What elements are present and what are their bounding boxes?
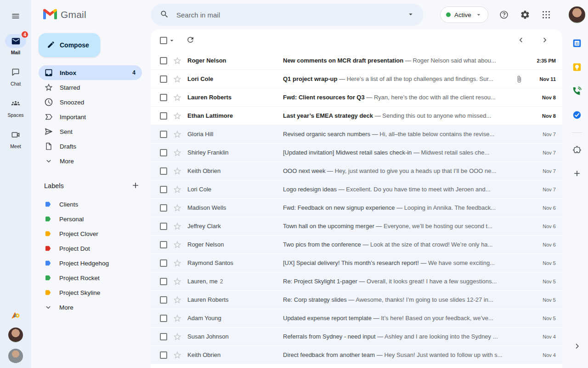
email-row[interactable]: Jeffrey ClarkTown hall on the upcoming m… [151,217,562,236]
email-row[interactable]: Ethan LattimoreLast year’s EMEA strategy… [151,107,562,125]
star-icon[interactable] [173,185,182,194]
contact-avatar-1[interactable] [8,328,23,342]
select-all-checkbox[interactable] [160,37,167,44]
rail-item-meet[interactable]: Meet [5,128,26,149]
email-sender: Keith Obrien [187,351,283,358]
row-checkbox[interactable] [160,186,167,193]
star-icon[interactable] [173,277,182,286]
star-icon[interactable] [173,130,182,139]
row-checkbox[interactable] [160,75,167,83]
star-icon[interactable] [173,351,182,360]
star-icon[interactable] [173,222,182,231]
email-row[interactable]: Raymond Santos[UX] Special delivery! Thi… [151,254,562,272]
tasks-button[interactable] [569,107,585,123]
star-icon[interactable] [173,240,182,249]
sidebar-item-more[interactable]: More [39,154,142,168]
label-item-project-dot[interactable]: Project Dot [39,241,142,256]
email-row[interactable]: Lori ColeQ1 project wrap-up — Here’s a l… [151,70,562,88]
refresh-button[interactable] [182,32,198,49]
sidebar-item-drafts[interactable]: Drafts [39,139,142,154]
row-checkbox[interactable] [160,223,167,230]
row-checkbox[interactable] [160,131,167,138]
compose-button[interactable]: Compose [39,33,100,57]
label-item-project-hedgehog[interactable]: Project Hedgehog [39,256,142,270]
sidebar-item-starred[interactable]: Starred [39,80,142,95]
row-checkbox[interactable] [160,167,167,175]
email-subject: Referrals from Sydney - need input [283,333,376,340]
row-checkbox[interactable] [160,241,167,248]
email-row[interactable]: Lauren RobertsFwd: Client resources for … [151,88,562,107]
caret-down-icon [407,10,415,20]
row-checkbox[interactable] [160,57,167,64]
keep-button[interactable] [569,59,585,75]
email-row[interactable]: Keith ObrienDirect feedback from another… [151,346,562,364]
older-page-button[interactable] [537,32,553,49]
calendar-button[interactable]: 31 [569,35,585,52]
voice-button[interactable] [569,83,585,99]
settings-button[interactable] [516,6,534,24]
label-item-project-skyline[interactable]: Project Skyline [39,285,142,300]
email-row[interactable]: Lauren, me2Re: Project Skylight 1-pager … [151,272,562,291]
search-input[interactable] [174,11,401,19]
help-button[interactable] [495,6,513,24]
row-checkbox[interactable] [160,315,167,322]
star-icon[interactable] [173,259,182,268]
rail-item-spaces[interactable]: Spaces [5,97,26,118]
row-checkbox[interactable] [160,333,167,340]
show-side-panel-button[interactable] [569,339,585,355]
row-checkbox[interactable] [160,94,167,101]
star-icon[interactable] [173,332,182,341]
select-menu-caret-icon[interactable] [168,37,175,44]
label-item-project-rocket[interactable]: Project Rocket [39,270,142,285]
workspace-app-logo[interactable] [10,309,22,321]
star-icon[interactable] [173,203,182,213]
email-row[interactable]: Keith ObrienOOO next week — Hey, just wa… [151,162,562,180]
sidebar-item-inbox[interactable]: Inbox4 [39,65,142,80]
label-item-more[interactable]: More [39,300,142,315]
label-item-clients[interactable]: Clients [39,197,142,212]
create-label-button[interactable] [129,179,142,192]
sidebar-item-sent[interactable]: Sent [39,124,142,139]
email-snippet: — Looping in Annika. The feedback... [395,204,496,211]
row-checkbox[interactable] [160,351,167,359]
account-avatar[interactable] [569,6,585,23]
rail-item-mail[interactable]: 4Mail [5,34,26,55]
row-checkbox[interactable] [160,149,167,156]
email-row[interactable]: Susan JohnsonReferrals from Sydney - nee… [151,328,562,346]
sidebar-item-snoozed[interactable]: Snoozed [39,95,142,109]
apps-button[interactable] [537,6,555,24]
star-icon[interactable] [173,148,182,157]
row-checkbox[interactable] [160,278,167,285]
plus-button[interactable] [569,165,585,182]
star-icon[interactable] [173,111,182,121]
star-icon[interactable] [173,93,182,102]
addons-button[interactable] [569,141,585,158]
search-options-button[interactable] [401,6,420,24]
email-row[interactable]: Roger NelsonNew comments on MCR draft pr… [151,52,562,70]
rail-item-chat[interactable]: Chat [5,65,26,86]
main-menu-button[interactable] [6,7,25,26]
search-button[interactable] [155,6,174,24]
star-icon[interactable] [173,56,182,65]
sidebar-item-important[interactable]: Important [39,109,142,124]
email-row[interactable]: Roger NelsonTwo pics from the conference… [151,236,562,254]
row-checkbox[interactable] [160,112,167,120]
newer-page-button[interactable] [513,32,529,49]
status-selector[interactable]: Active [440,6,488,23]
row-checkbox[interactable] [160,204,167,212]
label-item-personal[interactable]: Personal [39,212,142,226]
star-icon[interactable] [173,167,182,176]
star-icon[interactable] [173,314,182,323]
email-row[interactable]: Shirley Franklin[Updated invitation] Mid… [151,144,562,162]
email-row[interactable]: Adam YoungUpdated expense report templat… [151,309,562,328]
email-row[interactable]: Lori ColeLogo redesign ideas — Excellent… [151,180,562,199]
star-icon[interactable] [173,295,182,305]
email-row[interactable]: Lauren RobertsRe: Corp strategy slides —… [151,291,562,309]
contact-avatar-2[interactable] [8,349,23,363]
email-row[interactable]: Madison WellsFwd: Feedback on new signup… [151,199,562,217]
label-item-project-clover[interactable]: Project Clover [39,226,142,241]
row-checkbox[interactable] [160,259,167,267]
row-checkbox[interactable] [160,296,167,304]
star-icon[interactable] [173,75,182,84]
email-row[interactable]: Gloria HillRevised organic search number… [151,125,562,144]
